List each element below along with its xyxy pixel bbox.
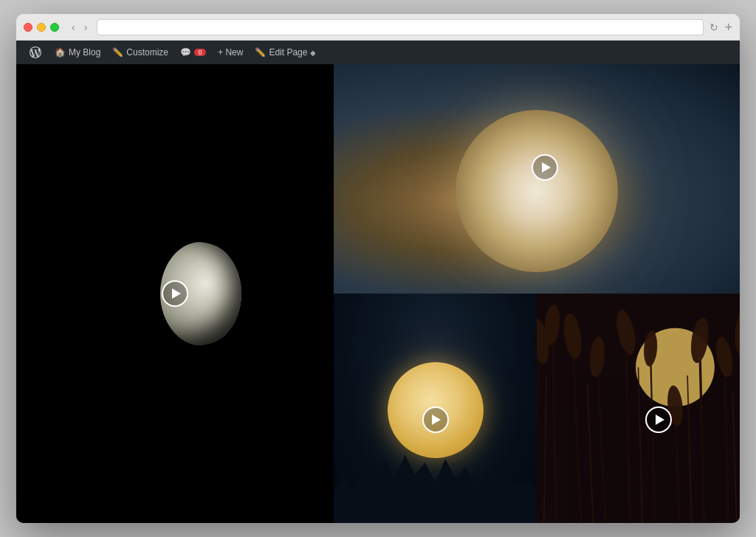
- comments-item[interactable]: 💬 0: [174, 41, 212, 64]
- reed-overlay: [537, 294, 740, 523]
- maximize-button[interactable]: [50, 23, 59, 32]
- traffic-lights: [24, 23, 59, 32]
- edit-page-label: Edit Page: [269, 47, 307, 58]
- browser-window: ‹ › ↻ + 🏠 My Blog ✏️ Customize 💬 0: [16, 14, 740, 523]
- back-button[interactable]: ‹: [68, 20, 79, 35]
- main-content: [16, 64, 740, 523]
- edit-page-item[interactable]: ✏️ Edit Page ◆: [249, 41, 322, 64]
- wp-logo-item[interactable]: [22, 41, 49, 64]
- video-panel-atmosphere[interactable]: [334, 64, 740, 294]
- edit-page-icon: ◆: [310, 49, 316, 57]
- video-panel-full-moon[interactable]: [334, 294, 537, 523]
- right-panels: [334, 64, 740, 523]
- video-panel-crescent[interactable]: [16, 64, 334, 523]
- comment-count: 0: [194, 49, 206, 56]
- reed-svg: [537, 294, 740, 523]
- customize-label: Customize: [126, 47, 168, 58]
- customize-icon: ✏️: [112, 47, 123, 58]
- wp-admin-bar: 🏠 My Blog ✏️ Customize 💬 0 + New ✏️ Edit…: [16, 41, 740, 64]
- customize-item[interactable]: ✏️ Customize: [106, 41, 174, 64]
- play-button-reeds[interactable]: [645, 406, 672, 433]
- play-button-full-moon[interactable]: [422, 406, 449, 433]
- my-blog-item[interactable]: 🏠 My Blog: [49, 41, 106, 64]
- new-tab-button[interactable]: +: [724, 21, 732, 34]
- title-bar: ‹ › ↻ +: [16, 14, 740, 41]
- play-button-atmosphere[interactable]: [532, 154, 558, 181]
- refresh-button[interactable]: ↻: [709, 21, 718, 33]
- new-label: + New: [218, 47, 243, 58]
- moon-warm-bg: [537, 294, 740, 523]
- address-bar[interactable]: [97, 19, 704, 35]
- minimize-button[interactable]: [37, 23, 46, 32]
- my-blog-label: My Blog: [69, 47, 100, 58]
- wp-logo-icon: [28, 45, 43, 60]
- close-button[interactable]: [24, 23, 32, 32]
- bottom-right-panels: [334, 294, 740, 523]
- moon-blue-bg: [334, 64, 740, 294]
- wordpress-icon: [30, 46, 41, 58]
- nav-buttons: ‹ ›: [68, 20, 91, 35]
- comment-icon: 💬: [180, 47, 191, 58]
- forward-button[interactable]: ›: [80, 20, 92, 35]
- blog-icon: 🏠: [55, 47, 66, 58]
- play-button-crescent[interactable]: [162, 280, 188, 307]
- edit-icon: ✏️: [255, 47, 266, 58]
- new-item[interactable]: + New: [212, 41, 249, 64]
- video-panel-reeds[interactable]: [537, 294, 740, 523]
